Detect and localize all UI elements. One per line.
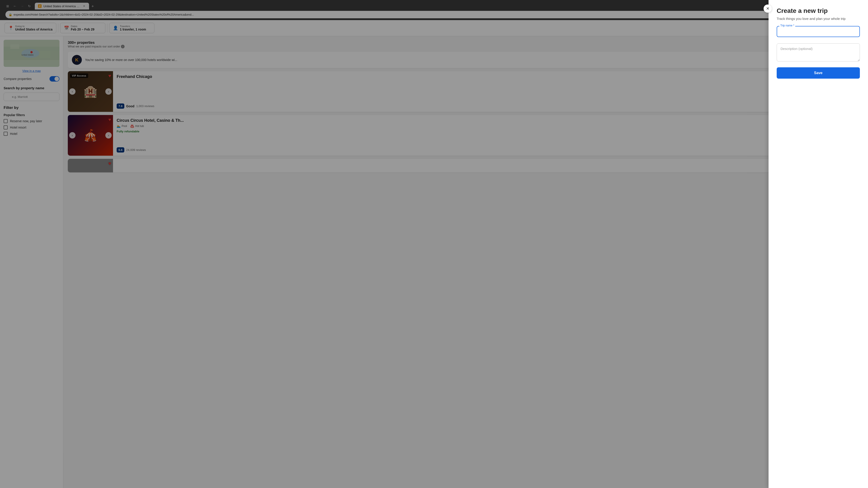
description-group	[777, 43, 860, 62]
body-layout: United States View in a map Compare prop…	[0, 36, 868, 488]
save-trip-btn[interactable]: Save	[777, 67, 860, 78]
trip-name-group: Trip name *	[777, 36, 860, 40]
page-content: 📍 Going to United States of America 📅 Da…	[0, 20, 868, 488]
description-textarea[interactable]	[777, 43, 860, 61]
create-trip-modal: ✕ Create a new trip Track things you lov…	[769, 36, 868, 488]
trip-name-input[interactable]	[777, 36, 860, 37]
modal-overlay[interactable]: ✕ Create a new trip Track things you lov…	[0, 36, 868, 488]
